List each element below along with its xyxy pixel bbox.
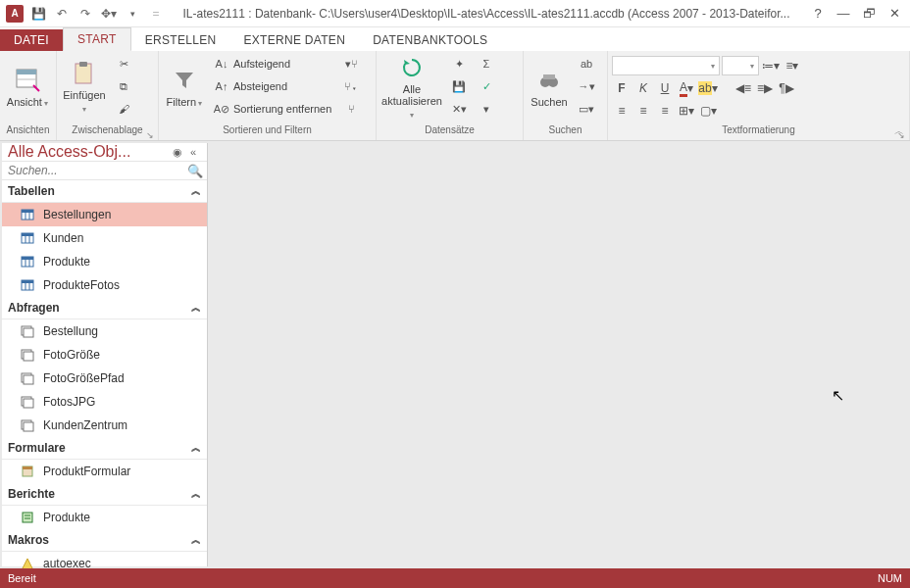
nav-item-tabellen-3[interactable]: ProdukteFotos bbox=[2, 273, 207, 297]
touch-mode-icon[interactable]: ✥▾ bbox=[98, 3, 120, 24]
qat-customize-icon[interactable]: ▾ bbox=[122, 3, 143, 24]
increase-indent-button[interactable]: ≡▶ bbox=[755, 78, 775, 98]
bold-button[interactable]: F bbox=[612, 78, 632, 98]
nav-item-berichte-0[interactable]: Produkte bbox=[2, 506, 207, 529]
select-button[interactable]: ▭▾ bbox=[575, 98, 598, 120]
ansicht-button[interactable]: Ansicht bbox=[4, 53, 51, 122]
tab-externe-daten[interactable]: EXTERNE DATEN bbox=[229, 29, 359, 51]
more-records-button[interactable]: ▾ bbox=[475, 98, 498, 120]
sortierung-entfernen-button[interactable]: A⊘Sortierung entfernen bbox=[210, 98, 335, 120]
svg-rect-29 bbox=[24, 375, 33, 384]
advanced-filter-button[interactable]: ⑂▾ bbox=[339, 75, 363, 97]
format-painter-button[interactable]: 🖌 bbox=[112, 98, 135, 120]
query-icon bbox=[20, 417, 35, 433]
dialog-launcher-icon[interactable]: ↘ bbox=[146, 130, 154, 140]
close-icon[interactable]: ✕ bbox=[883, 3, 906, 24]
macro-icon bbox=[20, 556, 35, 571]
svg-rect-13 bbox=[22, 233, 33, 236]
spelling-button[interactable]: ✓ bbox=[475, 75, 498, 97]
align-left-button[interactable]: ≡ bbox=[612, 101, 632, 121]
underline-button[interactable]: U bbox=[655, 78, 675, 98]
gridlines-button[interactable]: ⊞▾ bbox=[677, 101, 696, 121]
nav-item-abfragen-3[interactable]: FotosJPG bbox=[2, 390, 207, 414]
replace-button[interactable]: ab bbox=[575, 53, 598, 74]
alle-aktualisieren-button[interactable]: Alle aktualisieren bbox=[380, 53, 443, 122]
nav-collapse-icon[interactable]: « bbox=[185, 146, 201, 158]
tab-erstellen[interactable]: ERSTELLEN bbox=[131, 29, 230, 51]
italic-button[interactable]: K bbox=[633, 78, 653, 98]
align-center-button[interactable]: ≡ bbox=[633, 101, 653, 121]
align-right-button[interactable]: ≡ bbox=[655, 101, 675, 121]
tab-datenbanktools[interactable]: DATENBANKTOOLS bbox=[359, 29, 501, 51]
nav-item-tabellen-1[interactable]: Kunden bbox=[2, 226, 207, 250]
nav-category-abfragen[interactable]: Abfragen︽ bbox=[2, 297, 207, 319]
nav-dropdown-icon[interactable]: ◉ bbox=[170, 146, 185, 159]
report-icon bbox=[20, 510, 35, 525]
search-icon[interactable]: 🔍 bbox=[187, 164, 203, 178]
navigation-search: 🔍 bbox=[2, 162, 207, 180]
nav-item-label: FotosJPG bbox=[43, 395, 95, 409]
nav-item-label: Produkte bbox=[43, 255, 90, 269]
nav-item-label: ProduktFormular bbox=[43, 465, 130, 478]
absteigend-button[interactable]: A↑Absteigend bbox=[210, 75, 335, 97]
save-icon: 💾 bbox=[451, 78, 467, 94]
font-size-combo[interactable] bbox=[722, 56, 759, 75]
collapse-ribbon-icon[interactable]: ︿ bbox=[894, 124, 904, 138]
help-icon[interactable]: ? bbox=[806, 3, 830, 24]
chevron-up-icon: ︽ bbox=[191, 533, 201, 547]
search-input[interactable] bbox=[6, 162, 187, 179]
einfuegen-button[interactable]: Einfügen bbox=[61, 53, 108, 122]
decrease-indent-button[interactable]: ◀≡ bbox=[733, 78, 753, 98]
tab-file[interactable]: DATEI bbox=[0, 29, 63, 51]
save-record-button[interactable]: 💾 bbox=[447, 75, 471, 97]
goto-button[interactable]: →▾ bbox=[575, 75, 598, 97]
fill-color-button[interactable]: ▢▾ bbox=[698, 101, 718, 121]
nav-item-abfragen-0[interactable]: Bestellung bbox=[2, 319, 207, 343]
nav-item-label: Bestellungen bbox=[43, 208, 111, 221]
numbering-button[interactable]: ≡▾ bbox=[783, 56, 802, 75]
save-icon[interactable]: 💾 bbox=[27, 3, 49, 24]
cut-button[interactable]: ✂ bbox=[112, 53, 135, 74]
nav-category-makros[interactable]: Makros︽ bbox=[2, 529, 207, 552]
svg-rect-31 bbox=[24, 399, 33, 408]
delete-record-button[interactable]: ✕▾ bbox=[447, 98, 471, 120]
aufsteigend-button[interactable]: A↓Aufsteigend bbox=[210, 53, 335, 74]
totals-button[interactable]: Σ bbox=[475, 53, 498, 74]
nav-item-abfragen-4[interactable]: KundenZentrum bbox=[2, 414, 207, 437]
table-icon bbox=[20, 230, 35, 246]
funnel-toggle-icon: ⑂ bbox=[343, 101, 359, 117]
undo-icon[interactable]: ↶ bbox=[51, 3, 73, 24]
copy-button[interactable]: ⧉ bbox=[112, 75, 135, 97]
redo-icon[interactable]: ↷ bbox=[75, 3, 96, 24]
bullets-button[interactable]: ≔▾ bbox=[761, 56, 781, 75]
funnel-adv-icon: ⑂▾ bbox=[343, 78, 359, 94]
toggle-filter-button[interactable]: ⑂ bbox=[339, 98, 363, 120]
ltr-button[interactable]: ¶▶ bbox=[777, 78, 796, 98]
nav-category-formulare[interactable]: Formulare︽ bbox=[2, 437, 207, 460]
replace-icon: ab bbox=[579, 56, 594, 72]
nav-category-berichte[interactable]: Berichte︽ bbox=[2, 483, 207, 506]
filtern-button[interactable]: Filtern bbox=[163, 53, 206, 122]
svg-rect-4 bbox=[79, 62, 87, 67]
font-family-combo[interactable] bbox=[612, 56, 720, 75]
minimize-icon[interactable]: — bbox=[832, 3, 855, 24]
suchen-button[interactable]: Suchen bbox=[528, 53, 571, 122]
cursor-icon: ↖ bbox=[832, 386, 844, 405]
new-record-button[interactable]: ✦ bbox=[447, 53, 471, 74]
nav-item-label: Produkte bbox=[43, 511, 90, 524]
nav-item-abfragen-1[interactable]: FotoGröße bbox=[2, 343, 207, 367]
copy-icon: ⧉ bbox=[116, 78, 131, 94]
font-color-button[interactable]: A▾ bbox=[677, 78, 696, 98]
nav-item-formulare-0[interactable]: ProduktFormular bbox=[2, 460, 207, 483]
sort-clear-icon: A⊘ bbox=[214, 101, 229, 117]
navigation-pane-header[interactable]: Alle Access-Obj... ◉ « bbox=[2, 143, 207, 162]
tab-start[interactable]: START bbox=[63, 27, 131, 51]
restore-icon[interactable]: 🗗 bbox=[857, 3, 881, 24]
alle-aktualisieren-label: Alle aktualisieren bbox=[380, 83, 443, 121]
nav-item-abfragen-2[interactable]: FotoGrößePfad bbox=[2, 367, 207, 390]
selection-filter-button[interactable]: ▾⑂ bbox=[339, 53, 363, 74]
highlight-button[interactable]: ab▾ bbox=[698, 78, 718, 98]
nav-item-tabellen-0[interactable]: Bestellungen bbox=[2, 203, 207, 226]
nav-item-tabellen-2[interactable]: Produkte bbox=[2, 250, 207, 273]
nav-category-tabellen[interactable]: Tabellen︽ bbox=[2, 180, 207, 203]
